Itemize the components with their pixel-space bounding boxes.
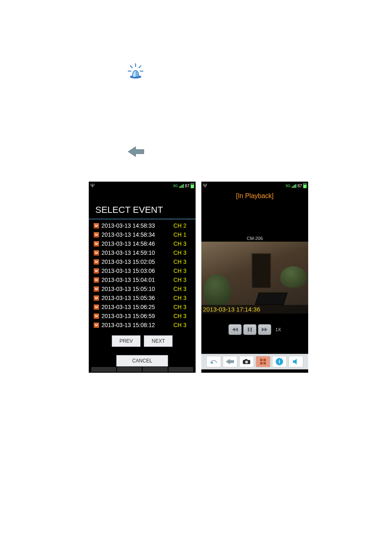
event-time: 2013-03-13 14:58:34: [101, 231, 171, 238]
alarm-icon: [127, 62, 144, 80]
event-row[interactable]: M2013-03-13 15:04:01CH 3: [92, 275, 192, 284]
event-channel: CH 3: [173, 268, 191, 274]
motion-icon: M: [94, 250, 99, 256]
svg-point-13: [211, 362, 213, 364]
motion-icon: M: [94, 323, 99, 328]
event-time: 2013-03-13 15:05:36: [101, 295, 171, 301]
usb-icon: Ψ: [203, 183, 207, 189]
event-time: 2013-03-13 15:06:25: [101, 304, 171, 310]
threeg-icon: 3G: [286, 184, 291, 188]
event-channel: CH 3: [173, 295, 191, 301]
prev-button[interactable]: PREV: [112, 335, 141, 347]
next-button[interactable]: NEXT: [144, 335, 173, 347]
motion-icon: M: [94, 241, 99, 247]
battery-icon: [303, 183, 307, 188]
event-row[interactable]: M2013-03-13 14:59:10CH 3: [92, 248, 192, 257]
motion-icon: M: [94, 277, 99, 283]
event-row[interactable]: M2013-03-13 14:58:46CH 3: [92, 239, 192, 248]
event-row[interactable]: M2013-03-13 14:58:33CH 2: [92, 221, 192, 230]
back-button[interactable]: [223, 356, 238, 367]
svg-rect-21: [263, 362, 266, 364]
signal-icon: [179, 184, 184, 188]
playback-timestamp: 2013-03-13 17:14:36: [201, 305, 308, 314]
event-row[interactable]: M2013-03-13 15:06:25CH 3: [92, 302, 192, 311]
usb-icon: Ψ: [90, 183, 95, 189]
battery-icon: [191, 183, 194, 188]
event-row[interactable]: M2013-03-13 15:02:05CH 3: [92, 257, 192, 266]
playback-screen: Ψ 3G 87 [In Playback] CM-206 2013-03-13 …: [201, 182, 308, 373]
svg-marker-8: [232, 328, 235, 332]
android-soft-keys: [89, 366, 196, 373]
svg-marker-11: [262, 328, 265, 332]
svg-marker-22: [293, 359, 297, 364]
event-time: 2013-03-13 15:08:12: [101, 322, 171, 328]
cancel-button[interactable]: CANCEL: [116, 355, 168, 367]
event-row[interactable]: M2013-03-13 15:06:59CH 3: [92, 311, 192, 321]
motion-icon: M: [94, 314, 99, 319]
event-channel: CH 3: [173, 286, 191, 292]
event-channel: CH 3: [173, 258, 191, 265]
ptz-button[interactable]: [206, 356, 221, 367]
battery-level: 87: [297, 184, 302, 188]
svg-point-17: [245, 361, 248, 363]
status-bar: Ψ 3G 87: [201, 182, 308, 190]
pause-button[interactable]: [243, 324, 256, 335]
motion-icon: M: [94, 304, 99, 310]
motion-icon: M: [94, 295, 99, 301]
svg-line-2: [130, 66, 132, 68]
event-time: 2013-03-13 15:05:10: [101, 286, 171, 292]
status-bar: Ψ 3G 87: [89, 182, 196, 190]
event-time: 2013-03-13 14:58:33: [101, 222, 171, 229]
page-title: SELECT EVENT: [89, 205, 196, 219]
event-channel: CH 3: [173, 277, 191, 283]
event-time: 2013-03-13 14:59:10: [101, 249, 171, 256]
title-divider: [89, 219, 196, 219]
svg-rect-19: [263, 359, 266, 361]
motion-icon: M: [94, 268, 99, 274]
event-channel: CH 3: [173, 313, 191, 319]
multi-view-button[interactable]: [256, 356, 270, 367]
motion-icon: M: [94, 223, 99, 228]
svg-rect-16: [245, 359, 247, 360]
battery-level: 87: [185, 184, 189, 188]
event-channel: CH 3: [173, 322, 191, 328]
video-frame[interactable]: 2013-03-13 17:14:36: [201, 242, 308, 314]
event-time: 2013-03-13 15:04:01: [101, 277, 171, 283]
event-row[interactable]: M2013-03-13 15:08:12CH 3: [92, 321, 192, 330]
audio-button[interactable]: [288, 356, 303, 367]
forward-button[interactable]: [258, 324, 271, 335]
back-icon: [127, 145, 146, 158]
event-channel: CH 2: [173, 222, 191, 229]
motion-icon: M: [94, 259, 99, 265]
playback-speed: 1X: [275, 327, 281, 332]
event-row[interactable]: M2013-03-13 15:05:36CH 3: [92, 293, 192, 302]
event-row[interactable]: M2013-03-13 15:03:06CH 3: [92, 266, 192, 275]
event-time: 2013-03-13 15:03:06: [101, 268, 171, 274]
camera-name-label: CM-206: [201, 235, 308, 242]
event-list-screen: Ψ 3G 87 SELECT EVENT M2013-03-13 14:58:3…: [89, 182, 196, 373]
snapshot-button[interactable]: [239, 356, 254, 367]
svg-marker-7: [235, 328, 238, 332]
event-channel: CH 3: [173, 240, 191, 247]
svg-marker-6: [128, 147, 144, 157]
svg-rect-20: [260, 362, 263, 364]
signal-icon: [292, 184, 296, 188]
event-row[interactable]: M2013-03-13 14:58:34CH 1: [92, 230, 192, 239]
svg-marker-12: [265, 328, 267, 332]
event-row[interactable]: M2013-03-13 15:05:10CH 3: [92, 284, 192, 293]
event-time: 2013-03-13 15:02:05: [101, 258, 171, 265]
svg-marker-14: [226, 359, 234, 364]
info-icon: i: [276, 358, 283, 365]
motion-icon: M: [94, 286, 99, 292]
bottom-toolbar: i: [201, 354, 308, 369]
motion-icon: M: [94, 232, 99, 238]
event-time: 2013-03-13 14:58:46: [101, 240, 171, 247]
svg-rect-9: [248, 328, 249, 332]
svg-rect-10: [251, 328, 252, 332]
svg-line-3: [139, 66, 141, 68]
event-list: M2013-03-13 14:58:33CH 2M2013-03-13 14:5…: [89, 221, 196, 330]
info-button[interactable]: i: [272, 356, 287, 367]
rewind-button[interactable]: [228, 324, 242, 335]
event-channel: CH 1: [173, 231, 191, 238]
event-time: 2013-03-13 15:06:59: [101, 313, 171, 319]
